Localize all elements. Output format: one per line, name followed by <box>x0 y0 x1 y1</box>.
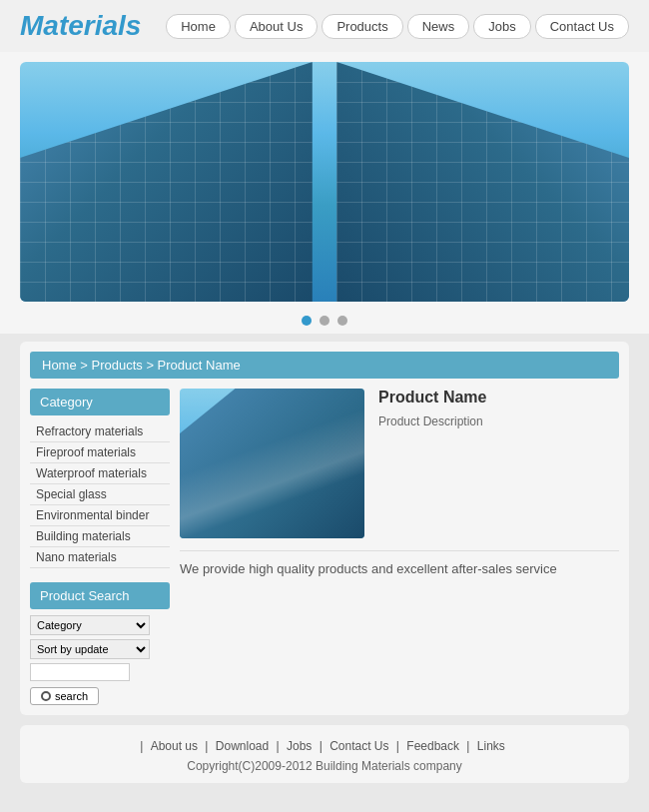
dot-2[interactable] <box>320 316 329 326</box>
product-area: Product Name Product Description We prov… <box>180 389 619 705</box>
footer-link-about-us[interactable]: About us <box>151 739 198 753</box>
nav-item-home[interactable]: Home <box>166 14 231 39</box>
product-footer-text: We provide high quality products and exc… <box>180 561 557 576</box>
building-right <box>336 62 629 302</box>
hero-image <box>20 62 629 302</box>
dot-3[interactable] <box>337 316 347 326</box>
sidebar-category-item[interactable]: Special glass <box>30 484 170 505</box>
footer-link-download[interactable]: Download <box>216 739 269 753</box>
category-list: Refractory materialsFireproof materialsW… <box>30 421 170 568</box>
product-description: Product Description <box>378 414 486 428</box>
footer-link-jobs[interactable]: Jobs <box>287 739 312 753</box>
product-info: Product Name Product Description <box>378 389 486 538</box>
main-wrapper: Home > Products > Product Name Category … <box>0 334 649 725</box>
nav-item-products[interactable]: Products <box>322 14 402 39</box>
nav-item-contact[interactable]: Contact Us <box>535 14 629 39</box>
sidebar-category-item[interactable]: Fireproof materials <box>30 442 170 463</box>
search-button[interactable]: search <box>30 687 99 705</box>
footer-links: | About us | Download | Jobs | Contact U… <box>30 739 619 753</box>
sidebar-category-item[interactable]: Environmental binder <box>30 505 170 526</box>
product-image <box>180 389 364 538</box>
category-title: Category <box>30 389 170 415</box>
logo: Materials <box>20 10 141 42</box>
content-area: Category Refractory materialsFireproof m… <box>30 389 619 705</box>
nav-item-news[interactable]: News <box>407 14 470 39</box>
footer-link-contact-us[interactable]: Contact Us <box>329 739 388 753</box>
search-icon <box>41 691 51 701</box>
carousel-dots <box>0 308 649 334</box>
nav-item-jobs[interactable]: Jobs <box>473 14 530 39</box>
breadcrumb-text: Home > Products > Product Name <box>42 358 241 373</box>
search-form: CategoryRefractoryFireproofWaterproof So… <box>30 615 170 705</box>
product-detail: Product Name Product Description <box>180 389 619 538</box>
nav: HomeAbout UsProductsNewsJobsContact Us <box>166 14 629 39</box>
search-input[interactable] <box>30 663 130 681</box>
sidebar-category-item[interactable]: Nano materials <box>30 547 170 568</box>
sidebar-category-item[interactable]: Refractory materials <box>30 421 170 442</box>
main-box: Home > Products > Product Name Category … <box>20 342 629 715</box>
nav-item-about[interactable]: About Us <box>235 14 318 39</box>
sort-dropdown[interactable]: Sort by updateSort by nameSort by date <box>30 639 150 659</box>
footer-link-feedback[interactable]: Feedback <box>406 739 459 753</box>
sidebar-category-item[interactable]: Building materials <box>30 526 170 547</box>
dot-1[interactable] <box>302 316 312 326</box>
product-footer: We provide high quality products and exc… <box>180 550 619 576</box>
breadcrumb: Home > Products > Product Name <box>30 352 619 379</box>
search-button-label: search <box>55 690 88 702</box>
hero-banner <box>20 62 629 302</box>
search-title: Product Search <box>30 582 170 609</box>
sidebar: Category Refractory materialsFireproof m… <box>30 389 170 705</box>
footer-wrapper: | About us | Download | Jobs | Contact U… <box>0 725 649 793</box>
header: Materials HomeAbout UsProductsNewsJobsCo… <box>0 0 649 52</box>
sidebar-category-item[interactable]: Waterproof materials <box>30 463 170 484</box>
building-left <box>20 62 313 302</box>
footer: | About us | Download | Jobs | Contact U… <box>20 725 629 783</box>
footer-link-links[interactable]: Links <box>477 739 505 753</box>
product-name: Product Name <box>378 389 486 406</box>
footer-copyright: Copyright(C)2009-2012 Building Materials… <box>30 759 619 773</box>
hero-container <box>0 52 649 308</box>
product-image-roof <box>180 389 364 538</box>
category-dropdown[interactable]: CategoryRefractoryFireproofWaterproof <box>30 615 150 635</box>
